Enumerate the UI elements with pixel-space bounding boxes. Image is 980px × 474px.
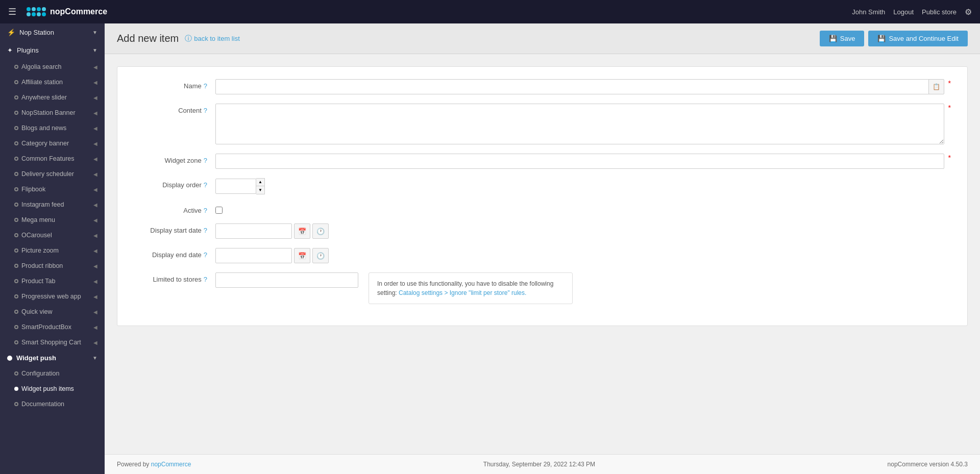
save-button[interactable]: 💾 Save [820, 31, 865, 46]
sidebar-item-nopstation-banner[interactable]: NopStation Banner ◀ [0, 105, 105, 120]
sidebar-group-nop-station[interactable]: ⚡ Nop Station ▼ [0, 23, 105, 41]
sidebar-item-instagram-feed[interactable]: Instagram feed ◀ [0, 197, 105, 212]
sidebar-item-smart-shopping-cart[interactable]: Smart Shopping Cart ◀ [0, 335, 105, 350]
widget-zone-help-icon[interactable]: ? [204, 157, 207, 164]
save-continue-button[interactable]: 💾 Save and Continue Edit [868, 31, 968, 46]
sidebar-item-delivery-scheduler[interactable]: Delivery scheduler ◀ [0, 166, 105, 182]
active-label: Active ? [134, 204, 215, 214]
sidebar-item-product-tab[interactable]: Product Tab ◀ [0, 273, 105, 289]
dot-icon [14, 264, 18, 268]
logo-dot-1 [27, 7, 31, 11]
spinner-down-button[interactable]: ▼ [256, 186, 264, 194]
sidebar-item-algolia-search[interactable]: Algolia search ◀ [0, 59, 105, 74]
display-start-date-input[interactable] [215, 223, 292, 239]
sidebar-item-anywhere-slider[interactable]: Anywhere slider ◀ [0, 90, 105, 105]
sidebar-item-affiliate-station[interactable]: Affiliate station ◀ [0, 74, 105, 90]
limited-to-stores-input[interactable] [215, 272, 358, 288]
info-circle-icon: ⓘ [185, 34, 192, 43]
sidebar-item-widget-push[interactable]: Widget push ▼ [0, 350, 105, 366]
save-continue-icon: 💾 [877, 35, 886, 42]
tooltip-highlight: Catalog settings > Ignore "limit per sto… [399, 289, 526, 296]
nop-station-label: Nop Station [19, 29, 54, 36]
display-order-help-icon[interactable]: ? [204, 181, 207, 189]
arrow-icon: ◀ [93, 171, 97, 177]
active-checkbox[interactable] [215, 207, 223, 214]
logo-dot-6 [32, 12, 36, 16]
arrow-icon: ◀ [93, 263, 97, 269]
active-help-icon[interactable]: ? [204, 207, 207, 214]
form-row-display-start-date: Display start date ? 📅 🕐 [134, 223, 951, 239]
display-start-date-field-wrap: 📅 🕐 [215, 223, 951, 239]
tooltip-text: In order to use this functionality, you … [377, 280, 553, 296]
sidebar-item-configuration[interactable]: Configuration [0, 366, 105, 381]
form-row-content: Content ? * [134, 104, 951, 144]
content-help-icon[interactable]: ? [204, 107, 207, 114]
sidebar-item-smart-product-box[interactable]: SmartProductBox ◀ [0, 319, 105, 335]
sidebar-item-category-banner[interactable]: Category banner ◀ [0, 136, 105, 151]
top-nav-right: John Smith Logout Public store ⚙ [852, 7, 972, 17]
logo-dot-2 [32, 7, 36, 11]
display-order-input[interactable]: 0 [215, 179, 256, 194]
sidebar-item-flipbook[interactable]: Flipbook ◀ [0, 182, 105, 197]
dot-icon [14, 279, 18, 283]
dot-icon [14, 294, 18, 298]
dot-icon [14, 371, 18, 376]
name-copy-button[interactable]: 📋 [928, 79, 944, 94]
end-date-time-button[interactable]: 🕐 [312, 248, 329, 263]
arrow-icon: ◀ [93, 95, 97, 101]
back-to-list-link[interactable]: ⓘ back to item list [185, 34, 240, 43]
sidebar-item-mega-menu[interactable]: Mega menu ◀ [0, 212, 105, 228]
logo-dot-7 [37, 12, 41, 16]
footer-nopcommerce-link[interactable]: nopCommerce [151, 461, 191, 468]
start-date-calendar-button[interactable]: 📅 [294, 223, 310, 239]
widget-push-label: Widget push [16, 354, 56, 362]
arrow-icon: ◀ [93, 279, 97, 284]
widget-zone-input[interactable] [215, 154, 944, 169]
sidebar-item-blogs-and-news[interactable]: Blogs and news ◀ [0, 120, 105, 136]
arrow-icon: ◀ [93, 202, 97, 208]
display-start-date-help-icon[interactable]: ? [204, 227, 207, 234]
hamburger-menu[interactable]: ☰ [8, 6, 16, 17]
limited-to-stores-help-icon[interactable]: ? [204, 276, 207, 283]
arrow-icon: ◀ [93, 156, 97, 162]
footer: Powered by nopCommerce Thursday, Septemb… [105, 454, 980, 474]
page-title: Add new item [117, 33, 179, 44]
sidebar-item-common-features[interactable]: Common Features ◀ [0, 151, 105, 166]
display-end-date-help-icon[interactable]: ? [204, 251, 207, 259]
spinner-up-button[interactable]: ▲ [256, 179, 264, 186]
sidebar-item-widget-push-items[interactable]: Widget push items [0, 381, 105, 396]
end-date-calendar-button[interactable]: 📅 [294, 248, 310, 263]
dot-icon [14, 65, 18, 69]
top-navigation: ☰ nopCommerce John Smith Logout Public s… [0, 0, 980, 23]
form-row-name: Name ? 📋 * [134, 79, 951, 94]
active-field-wrap [215, 204, 951, 214]
sidebar-item-picture-zoom[interactable]: Picture zoom ◀ [0, 243, 105, 258]
start-date-time-button[interactable]: 🕐 [312, 223, 329, 239]
display-end-date-input[interactable] [215, 248, 292, 263]
name-input[interactable] [215, 79, 944, 94]
arrow-icon: ◀ [93, 126, 97, 131]
content-area: Name ? 📋 * Content ? [105, 54, 980, 454]
form-card: Name ? 📋 * Content ? [117, 66, 968, 326]
footer-right: nopCommerce version 4.50.3 [888, 461, 968, 468]
settings-icon[interactable]: ⚙ [965, 7, 972, 17]
logo-text: nopCommerce [50, 7, 107, 16]
dot-icon [14, 310, 18, 314]
display-end-date-field-wrap: 📅 🕐 [215, 248, 951, 263]
logout-link[interactable]: Logout [893, 8, 914, 16]
content-field-wrap: * [215, 104, 951, 144]
sidebar-group-plugins[interactable]: ✦ Plugins ▼ [0, 41, 105, 59]
arrow-icon: ◀ [93, 217, 97, 223]
sidebar-item-progressive-web-app[interactable]: Progressive web app ◀ [0, 289, 105, 304]
sidebar-item-documentation[interactable]: Documentation [0, 396, 105, 412]
content-textarea[interactable] [215, 104, 944, 144]
sidebar-item-quick-view[interactable]: Quick view ◀ [0, 304, 105, 319]
name-help-icon[interactable]: ? [204, 82, 207, 90]
dot-icon [14, 172, 18, 176]
sidebar-item-ocarousel[interactable]: OCarousel ◀ [0, 228, 105, 243]
public-store-link[interactable]: Public store [922, 8, 957, 16]
tooltip-box: In order to use this functionality, you … [369, 272, 573, 304]
dot-icon [14, 233, 18, 237]
user-name: John Smith [852, 8, 885, 16]
sidebar-item-product-ribbon[interactable]: Product ribbon ◀ [0, 258, 105, 273]
